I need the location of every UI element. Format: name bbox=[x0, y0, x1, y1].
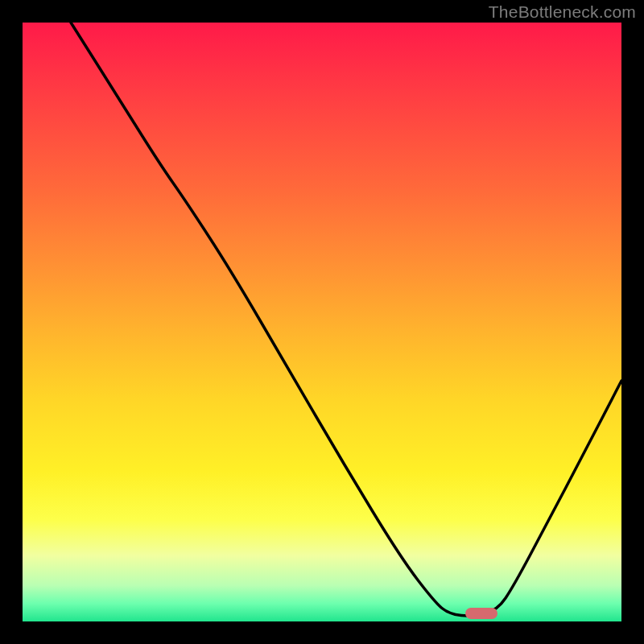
watermark-text: TheBottleneck.com bbox=[489, 2, 636, 22]
bottleneck-curve bbox=[23, 23, 621, 621]
chart-frame: TheBottleneck.com bbox=[0, 0, 644, 644]
optimal-marker bbox=[465, 608, 497, 619]
